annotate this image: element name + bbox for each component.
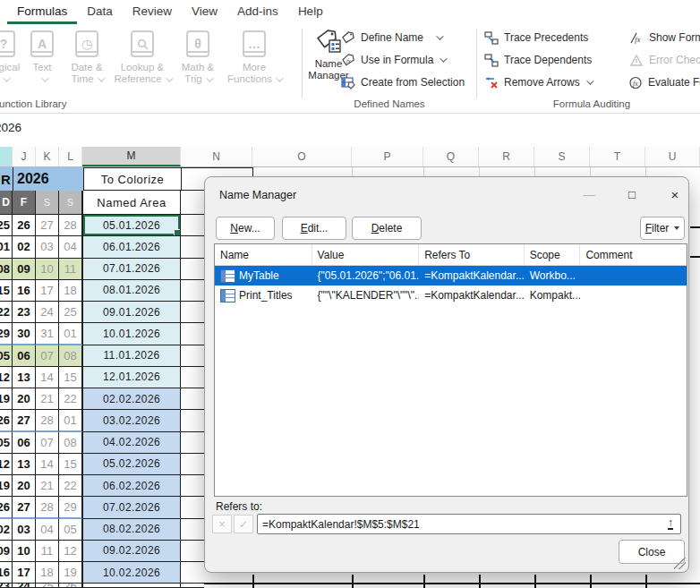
named-area-date-cell[interactable]: 08.02.2026 [82,519,181,541]
named-area-date-cell[interactable]: 06.02.2026 [82,475,181,497]
edit-button[interactable]: Edit... [282,217,346,240]
calendar-day-cell[interactable]: 05 [0,432,13,454]
calendar-day-cell[interactable]: 21 [36,388,59,410]
tab-addins[interactable]: Add-ins [227,0,288,24]
names-list-header-scope[interactable]: Scope [525,244,581,265]
calendar-day-cell[interactable]: 28 [36,497,59,518]
day-header-cell[interactable]: S [36,191,59,215]
filter-button[interactable]: Filter [640,217,685,240]
calendar-day-cell[interactable]: 09 [0,541,13,562]
named-area-cell[interactable]: Named Area [82,191,181,215]
names-list-header-name[interactable]: Name [215,244,312,265]
calendar-day-cell[interactable]: 23 [0,584,13,588]
calendar-day-cell[interactable]: 04 [36,519,59,541]
column-header-M[interactable]: M [82,147,181,166]
create-from-selection-button[interactable]: Create from Selection [340,75,465,89]
calendar-day-cell[interactable]: 15 [0,280,13,302]
named-area-date-cell[interactable]: 02.02.2026 [82,388,181,410]
calendar-day-cell[interactable]: 02 [0,519,13,541]
refers-to-field[interactable]: =KompaktKalendar!$M$5:$M$21 ↑ [257,514,681,534]
column-header-T[interactable]: T [590,147,645,166]
calendar-day-cell[interactable]: 08 [0,259,13,280]
evaluate-formula-button[interactable]: fx Evaluate Formula [628,75,700,89]
calendar-day-cell[interactable]: 20 [13,475,36,497]
calendar-day-cell[interactable]: 26 [13,215,36,236]
calendar-day-cell[interactable]: 16 [0,562,13,584]
names-list-row-mytable[interactable]: MyTable{"05.01.2026";"06.01...=KompaktKa… [215,266,687,285]
tab-view[interactable]: View [182,0,227,24]
calendar-day-cell[interactable]: 02 [13,236,36,258]
column-header-L[interactable]: L [59,147,82,166]
calendar-day-cell[interactable]: 11 [36,541,59,562]
calendar-day-cell[interactable]: 14 [36,454,59,475]
column-header-S[interactable]: S [534,147,590,166]
calendar-day-cell[interactable]: 19 [0,388,13,410]
calendar-day-cell[interactable]: 22 [59,388,82,410]
calendar-day-cell[interactable]: 20 [13,388,36,410]
calendar-day-cell[interactable]: 10 [13,541,36,562]
calendar-day-cell[interactable]: 16 [13,280,36,302]
calendar-day-cell[interactable]: 31 [36,323,59,345]
calendar-day-cell[interactable]: 05 [59,519,82,541]
calendar-day-cell[interactable]: 19 [59,562,82,584]
calendar-day-cell[interactable]: 09 [13,259,36,280]
calendar-day-cell[interactable]: 07 [36,345,59,367]
calendar-day-cell[interactable]: 03 [36,236,59,258]
named-area-date-cell[interactable]: 08.01.2026 [82,280,181,302]
named-area-date-cell[interactable]: 11.01.2026 [82,345,181,367]
calendar-day-cell[interactable]: 14 [36,367,59,388]
calendar-day-cell[interactable]: 06 [13,345,36,367]
calendar-day-cell[interactable]: 19 [0,475,13,497]
day-header-cell[interactable]: S [59,191,82,215]
named-area-date-cell[interactable]: 03.02.2026 [82,410,181,431]
named-area-date-cell[interactable]: 09.01.2026 [82,302,181,323]
names-list-row-print_titles[interactable]: Print_Titles{""\"KALENDER"\""\"...=Kompa… [215,285,687,305]
delete-button[interactable]: Delete [352,217,422,240]
calendar-day-cell[interactable]: 21 [36,475,59,497]
column-header-N[interactable]: N [181,147,252,166]
named-area-date-cell[interactable]: 05.01.2026 [82,215,181,236]
calendar-day-cell[interactable]: 07 [36,432,59,454]
calendar-day-cell[interactable]: 28 [59,215,82,236]
tab-help[interactable]: Help [288,0,333,24]
calendar-day-cell[interactable]: 01 [59,410,82,431]
tab-review[interactable]: Review [123,0,182,24]
calendar-day-cell[interactable]: 26 [0,410,13,431]
remove-arrows-button[interactable]: Remove Arrows [483,75,592,89]
calendar-day-cell[interactable]: 22 [0,302,13,323]
calendar-day-cell[interactable]: 25 [59,302,82,323]
calendar-day-cell[interactable]: 17 [36,280,59,302]
calendar-day-cell[interactable]: 27 [36,215,59,236]
calendar-day-cell[interactable]: 27 [13,497,36,518]
to-colorize-cell[interactable]: To Colorize [83,167,182,191]
named-area-date-cell[interactable]: 04.02.2026 [82,432,181,454]
named-area-date-cell[interactable]: 09.02.2026 [82,541,181,562]
calendar-day-cell[interactable]: 18 [59,280,82,302]
trace-dependents-button[interactable]: Trace Dependents [483,53,592,67]
column-header-U[interactable]: U [645,147,700,166]
column-header-Q[interactable]: Q [423,147,479,166]
calendar-day-cell[interactable]: 01 [0,236,13,258]
calendar-day-cell[interactable]: 13 [13,454,36,475]
define-name-button[interactable]: Define Name [340,30,441,45]
collapse-dialog-icon[interactable]: ↑ [661,515,680,533]
tab-formulas[interactable]: Formulas [7,0,77,24]
names-list-header-comment[interactable]: Comment [580,244,687,265]
fill-handle[interactable] [174,229,181,236]
calendar-day-cell[interactable]: 22 [59,475,82,497]
calendar-day-cell[interactable]: 24 [36,302,59,323]
calendar-day-cell[interactable]: 17 [13,562,36,584]
day-header-cell[interactable]: D [0,191,13,215]
calendar-day-cell[interactable]: 25 [0,215,13,236]
calendar-day-cell[interactable]: 01 [59,323,82,345]
calendar-day-cell[interactable]: 23 [13,302,36,323]
tab-data[interactable]: Data [77,0,123,24]
calendar-day-cell[interactable]: 12 [59,541,82,562]
use-in-formula-button[interactable]: fx Use in Formula [340,53,445,67]
calendar-day-cell[interactable]: 27 [13,410,36,431]
named-area-date-cell[interactable]: 12.01.2026 [82,367,181,388]
calendar-day-cell[interactable]: 08 [59,432,82,454]
calendar-day-cell[interactable]: 15 [59,367,82,388]
column-header-J[interactable]: J [13,147,36,166]
day-header-cell[interactable]: F [13,191,36,215]
